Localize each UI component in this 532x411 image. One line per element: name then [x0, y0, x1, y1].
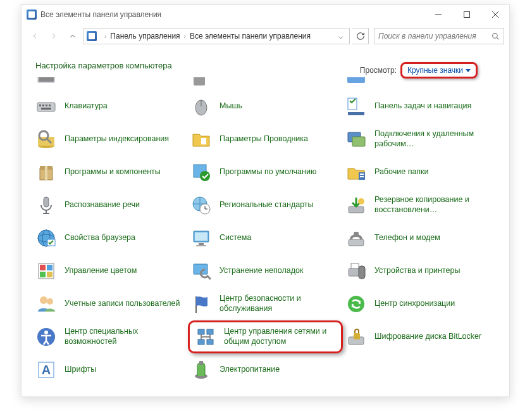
svg-rect-13 — [46, 104, 47, 106]
taskbar-icon — [345, 96, 367, 117]
item-label: Электропитание — [220, 365, 280, 375]
list-item[interactable] — [33, 80, 188, 90]
svg-rect-55 — [40, 265, 46, 270]
titlebar: Все элементы панели управления — [22, 5, 509, 24]
item-programs[interactable]: Программы и компоненты — [33, 156, 188, 189]
item-label: Учетные записи пользователей — [65, 299, 180, 309]
breadcrumb-icon — [87, 31, 97, 41]
search-folder-icon — [35, 129, 57, 150]
box-icon — [35, 161, 57, 183]
item-ease[interactable]: Центр специальных возможностей — [33, 320, 188, 353]
item-label: Центр безопасности и обслуживания — [220, 294, 340, 313]
nav-row: › Панель управления › Все элементы панел… — [22, 24, 509, 48]
sync-icon — [345, 293, 367, 315]
item-label: Свойства браузера — [65, 233, 135, 243]
svg-rect-1 — [464, 12, 469, 18]
folder-icon — [190, 129, 212, 150]
mouse-icon — [190, 96, 212, 117]
item-network-highlighted[interactable]: Центр управления сетями и общим доступом — [188, 320, 343, 353]
svg-rect-14 — [49, 104, 51, 106]
breadcrumb-part[interactable]: Все элементы панели управления — [190, 32, 311, 41]
chevron-down-icon[interactable]: ⌵ — [335, 32, 347, 41]
item-keyboard[interactable]: Клавиатура — [33, 90, 188, 123]
item-system[interactable]: Система — [188, 222, 343, 255]
item-label: Параметры Проводника — [220, 134, 308, 144]
search-box[interactable]: Поиск в панели управления — [374, 28, 504, 44]
breadcrumb[interactable]: › Панель управления › Все элементы панел… — [84, 28, 350, 44]
users-icon — [35, 293, 57, 315]
item-remote[interactable]: Подключения к удаленным рабочим… — [343, 123, 498, 156]
briefcase-icon — [345, 161, 367, 183]
item-security[interactable]: Центр безопасности и обслуживания — [188, 288, 343, 320]
svg-rect-11 — [39, 104, 41, 106]
svg-rect-33 — [360, 174, 364, 175]
item-label: Параметры индексирования — [65, 134, 169, 144]
svg-point-64 — [47, 298, 53, 305]
globe-clock-icon — [190, 194, 212, 216]
svg-rect-7 — [39, 77, 54, 82]
svg-rect-79 — [354, 333, 360, 339]
svg-rect-83 — [199, 361, 203, 365]
remote-desktop-icon — [345, 129, 367, 150]
item-phone[interactable]: Телефон и модем — [343, 222, 498, 255]
svg-point-63 — [40, 296, 47, 304]
back-button[interactable] — [27, 28, 43, 44]
content-area: Настройка параметров компьютера Просмотр… — [22, 48, 509, 77]
item-defaults[interactable]: Программы по умолчанию — [188, 156, 343, 189]
item-devices[interactable]: Устройства и принтеры — [343, 255, 498, 288]
item-label: Устройства и принтеры — [374, 266, 460, 276]
item-color[interactable]: Управление цветом — [33, 255, 188, 288]
control-panel-window: Все элементы панели управления › Панель … — [21, 4, 510, 397]
item-explorer[interactable]: Параметры Проводника — [188, 123, 343, 156]
list-item[interactable] — [343, 80, 498, 90]
svg-rect-50 — [199, 243, 204, 245]
svg-point-4 — [493, 33, 498, 38]
svg-rect-12 — [42, 104, 44, 106]
item-label: Центр управления сетями и общим доступом — [224, 327, 336, 346]
maximize-button[interactable] — [452, 5, 481, 24]
close-button[interactable] — [481, 5, 509, 24]
defaults-icon — [190, 161, 212, 183]
item-label: Устранение неполадок — [220, 266, 303, 276]
item-fonts[interactable]: AШрифты — [33, 353, 188, 386]
item-sync[interactable]: Центр синхронизации — [343, 288, 498, 320]
item-regional[interactable]: Региональные стандарты — [188, 189, 343, 222]
svg-point-31 — [200, 171, 210, 181]
item-label: Программы и компоненты — [65, 167, 161, 177]
svg-line-5 — [497, 37, 498, 39]
svg-rect-51 — [196, 245, 206, 246]
refresh-button[interactable] — [352, 28, 369, 44]
breadcrumb-part[interactable]: Панель управления — [110, 32, 180, 41]
item-label: Панель задач и навигация — [374, 101, 471, 111]
item-workfolders[interactable]: Рабочие папки — [343, 156, 498, 189]
item-label: Телефон и модем — [374, 233, 440, 243]
item-speech[interactable]: Распознавание речи — [33, 189, 188, 222]
titlebar-text: Все элементы панели управления — [40, 10, 424, 19]
item-browser[interactable]: Свойства браузера — [33, 222, 188, 255]
up-button[interactable] — [65, 28, 81, 44]
item-label: Центр специальных возможностей — [65, 327, 185, 346]
svg-rect-26 — [352, 137, 365, 146]
item-taskbar[interactable]: Панель задач и навигация — [343, 90, 498, 123]
item-indexing[interactable]: Параметры индексирования — [33, 123, 188, 156]
item-mouse[interactable]: Мышь — [188, 90, 343, 123]
svg-rect-62 — [359, 266, 365, 279]
item-power[interactable]: Электропитание — [188, 353, 343, 386]
svg-point-66 — [348, 296, 364, 312]
wrench-icon — [190, 260, 212, 282]
item-troubleshoot[interactable]: Устранение неполадок — [188, 255, 343, 288]
item-backup[interactable]: Резервное копирование и восстановлени… — [343, 189, 498, 222]
flag-icon — [190, 293, 212, 315]
view-mode-dropdown[interactable]: Крупные значки — [400, 62, 478, 79]
search-icon — [492, 32, 500, 41]
svg-rect-56 — [47, 265, 53, 270]
minimize-button[interactable] — [424, 5, 452, 24]
item-bitlocker[interactable]: Шифрование диска BitLocker — [343, 320, 498, 353]
list-item[interactable] — [188, 80, 343, 90]
item-label: Мышь — [220, 101, 242, 111]
printer-icon — [345, 260, 367, 282]
list-item — [343, 353, 498, 386]
forward-button[interactable] — [46, 28, 62, 44]
view-by: Просмотр: Крупные значки — [360, 62, 478, 79]
item-users[interactable]: Учетные записи пользователей — [33, 288, 188, 320]
